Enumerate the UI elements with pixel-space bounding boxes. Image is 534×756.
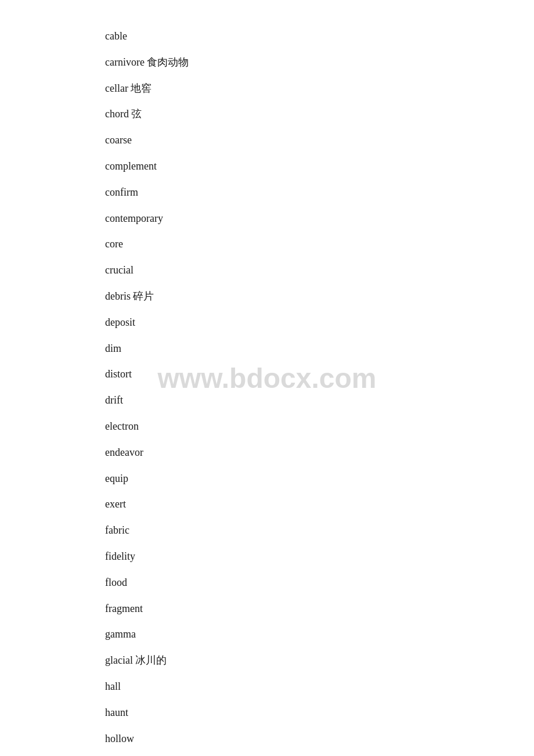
list-item: gamma [105,621,534,647]
list-item: deposit [105,309,534,336]
list-item: drift [105,387,534,413]
list-item: cable [105,23,534,49]
list-item: complement [105,153,534,179]
list-item: fabric [105,517,534,543]
list-item: ideal [105,751,534,756]
list-item: core [105,231,534,257]
word-list: cablecarnivore 食肉动物cellar 地窖chord 弦coars… [0,0,534,756]
list-item: carnivore 食肉动物 [105,49,534,75]
list-item: hall [105,674,534,700]
list-item: debris 碎片 [105,283,534,309]
list-item: distort [105,361,534,387]
list-item: crucial [105,257,534,283]
list-item: exert [105,491,534,517]
list-item: endeavor [105,440,534,466]
list-item: coarse [105,127,534,153]
list-item: glacial 冰川的 [105,647,534,674]
list-item: chord 弦 [105,101,534,127]
list-item: equip [105,466,534,492]
list-item: cellar 地窖 [105,75,534,102]
list-item: contemporary [105,206,534,232]
list-item: electron [105,413,534,440]
list-item: confirm [105,179,534,206]
list-item: fragment [105,596,534,622]
list-item: haunt [105,700,534,726]
list-item: fidelity [105,543,534,570]
list-item: dim [105,336,534,362]
list-item: flood [105,570,534,596]
list-item: hollow [105,726,534,752]
